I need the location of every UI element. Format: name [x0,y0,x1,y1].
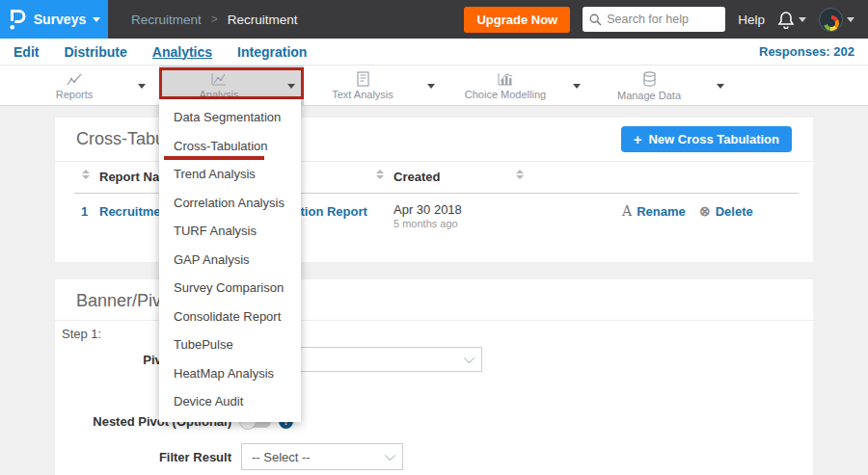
toolbar-label: Text Analysis [332,89,393,100]
new-cross-tabulation-label: New Cross Tabulation [648,132,779,146]
menu-item-consolidate-report[interactable]: Consolidate Report [159,303,301,331]
topbar-right-group: Upgrade Now Help [464,7,868,33]
brand-logo-icon [8,8,27,32]
manage-data-dropdown-caret[interactable] [708,66,733,106]
survey-nav: Edit Distribute Analytics Integration Re… [0,39,868,66]
nav-integration[interactable]: Integration [237,44,307,60]
toolbar-group-manage-data: Manage Data [590,66,733,106]
toolbar-label: Reports [56,89,94,100]
created-ago: 5 months ago [393,218,458,229]
annotation-underline-cross-tabulation [164,156,264,160]
menu-item-gap-analysis[interactable]: GAP Analysis [159,246,301,275]
toolbar-label: Choice Modelling [465,89,546,100]
delete-label: Delete [716,204,753,219]
circle-x-icon: ⊗ [699,203,711,219]
menu-item-turf-analysis[interactable]: TURF Analysis [159,217,301,246]
breadcrumb-current: Recruitment [228,13,298,27]
sort-icon[interactable] [82,170,90,179]
analytics-toolbar: Reports Analysis Text Analysis [0,66,868,106]
text-analysis-button[interactable]: Text Analysis [307,66,419,106]
search-input[interactable] [607,13,718,26]
rename-button[interactable]: A Rename [622,203,686,219]
menu-item-trend-analysis[interactable]: Trend Analysis [159,160,301,189]
manage-data-button[interactable]: Manage Data [590,66,708,106]
help-search-box[interactable] [583,7,725,32]
chevron-down-icon [464,353,475,363]
bar-chart-icon [498,72,514,87]
chevron-down-icon [847,17,854,22]
plus-icon: + [634,132,642,146]
toolbar-label: Analysis [200,89,239,100]
menu-item-device-audit[interactable]: Device Audit [159,387,301,416]
line-chart-icon [67,72,83,87]
chevron-down-icon [93,17,100,22]
column-header-created[interactable]: Created [393,170,440,184]
delete-button[interactable]: ⊗ Delete [699,203,753,219]
avatar [819,8,843,32]
search-icon [589,13,602,26]
top-bar: Surveys Recruitment > Recruitment Upgrad… [0,0,868,39]
menu-item-data-segmentation[interactable]: Data Segmentation [159,103,301,132]
rename-label: Rename [637,204,686,219]
filter-result-label: Filter Result [55,450,231,464]
toolbar-group-reports: Reports [19,66,154,106]
step-label: Step 1: [62,327,101,341]
text-analysis-dropdown-caret[interactable] [419,66,444,106]
reports-dropdown-caret[interactable] [129,66,154,106]
toolbar-group-text-analysis: Text Analysis [307,66,444,106]
filter-result-value: -- Select -- [252,450,311,464]
breadcrumb-parent[interactable]: Recruitment [131,13,202,27]
sort-icon[interactable] [516,170,524,179]
new-cross-tabulation-button[interactable]: + New Cross Tabulation [621,126,792,152]
notifications-menu[interactable] [777,11,806,29]
sort-icon[interactable] [376,170,384,179]
account-menu[interactable] [819,8,854,32]
filter-result-select[interactable]: -- Select -- [241,443,403,470]
scatter-chart-icon [211,72,228,87]
filter-result-row: Filter Result -- Select -- [55,443,403,470]
menu-item-tubepulse[interactable]: TubePulse [159,330,301,359]
breadcrumb: Recruitment > Recruitment [131,13,298,27]
menu-item-correlation-analysis[interactable]: Correlation Analysis [159,189,301,218]
menu-item-survey-comparison[interactable]: Survey Comparison [159,274,301,303]
upgrade-now-button[interactable]: Upgrade Now [464,7,570,33]
choice-modelling-dropdown-caret[interactable] [564,66,589,106]
surveys-product-menu[interactable]: Surveys [0,0,108,39]
breadcrumb-separator: > [211,13,218,26]
choice-modelling-button[interactable]: Choice Modelling [447,66,564,106]
help-link[interactable]: Help [738,13,765,27]
nav-edit[interactable]: Edit [14,44,39,60]
analysis-dropdown-menu: Data Segmentation Cross-Tabulation Trend… [159,99,301,422]
responses-count[interactable]: Responses: 202 [759,44,854,59]
menu-item-heatmap-analysis[interactable]: HeatMap Analysis [159,359,301,388]
row-index: 1 [81,204,88,219]
letter-a-icon: A [622,203,632,219]
nav-analytics[interactable]: Analytics [152,44,212,60]
chevron-down-icon [799,17,806,22]
reports-button[interactable]: Reports [19,66,129,106]
nav-distribute[interactable]: Distribute [64,44,126,60]
text-doc-icon [356,71,370,87]
chevron-down-icon [385,450,395,461]
product-menu-label: Surveys [34,12,86,27]
database-icon [642,71,657,88]
toolbar-label: Manage Data [617,90,681,101]
bell-icon [777,11,795,29]
created-date: Apr 30 2018 [393,202,462,217]
toolbar-group-choice-modelling: Choice Modelling [447,66,589,106]
